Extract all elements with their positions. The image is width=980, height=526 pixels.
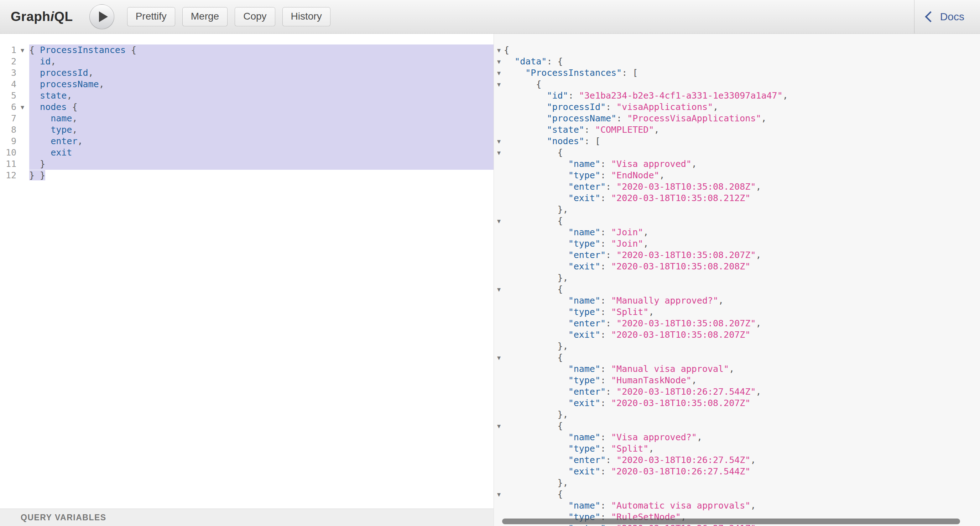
code-token — [29, 136, 51, 146]
code-token: state — [40, 91, 67, 101]
result-line: ▾ { — [494, 147, 980, 158]
code-token: type — [51, 125, 72, 135]
code-token: "name" — [568, 296, 600, 306]
code-token: : — [600, 296, 611, 306]
result-line: "enter": "2020-03-18T10:26:27.54Z", — [494, 454, 980, 466]
result-line: "enter": "2020-03-18T10:35:08.208Z", — [494, 181, 980, 192]
code-token — [504, 409, 558, 420]
result-line: ▾ { — [494, 420, 980, 432]
result-line-text: "name": "Manually approved?", — [504, 295, 724, 307]
code-token — [504, 307, 568, 317]
code-token: "2020-03-18T10:35:08.207Z" — [611, 398, 750, 408]
fold-spacer — [16, 90, 29, 102]
code-token — [29, 91, 40, 101]
code-token: "state" — [547, 125, 584, 135]
fold-arrow-icon[interactable]: ▾ — [494, 136, 504, 147]
line-number: 7 — [0, 113, 16, 124]
code-token: "type" — [568, 238, 600, 249]
editor-line-text: { ProcessInstances { — [29, 44, 493, 56]
fold-spacer — [494, 329, 504, 340]
editor-line-text: id, — [29, 56, 493, 67]
fold-spacer — [494, 432, 504, 443]
result-line-text: "enter": "2020-03-18T10:35:08.207Z", — [504, 318, 761, 329]
code-token: "data" — [515, 56, 547, 67]
result-line-text: "exit": "2020-03-18T10:35:08.207Z" — [504, 397, 750, 409]
fold-spacer — [494, 249, 504, 261]
result-line: "type": "Split", — [494, 443, 980, 454]
result-line-text: }, — [504, 272, 568, 284]
code-token: [ — [595, 136, 600, 146]
fold-spacer — [494, 397, 504, 409]
code-token: "2020-03-18T10:26:27.544Z" — [611, 466, 750, 477]
fold-arrow-icon[interactable]: ▾ — [494, 215, 504, 227]
code-token: : — [606, 181, 616, 192]
docs-link[interactable]: Docs — [914, 0, 980, 33]
code-token — [504, 102, 547, 112]
editor-line: 9 enter, — [0, 136, 493, 147]
app-root: GraphiQL Prettify Merge Copy History Doc… — [0, 0, 980, 526]
code-token — [504, 125, 547, 135]
play-icon — [99, 11, 108, 22]
code-token — [504, 455, 568, 465]
code-token: "Join" — [611, 238, 643, 249]
fold-arrow-icon[interactable]: ▾ — [494, 67, 504, 79]
query-variables-title[interactable]: QUERY VARIABLES — [0, 509, 493, 526]
logo-text: Graph — [11, 9, 50, 24]
code-token: processId — [40, 68, 88, 78]
code-token: "Join" — [611, 227, 643, 237]
result-line: "exit": "2020-03-18T10:35:08.212Z" — [494, 192, 980, 204]
editor-pane: 1▾{ ProcessInstances {2 id,3 processId,4… — [0, 34, 493, 526]
fold-spacer — [16, 170, 29, 181]
fold-arrow-icon[interactable]: ▾ — [494, 420, 504, 432]
fold-arrow-icon[interactable]: ▾ — [16, 102, 29, 113]
result-line: "type": "HumanTaskNode", — [494, 375, 980, 386]
result-line-text: "enter": "2020-03-18T10:35:08.207Z", — [504, 249, 761, 261]
result-line-text: "name": "Join", — [504, 227, 649, 238]
result-line: ▾ { — [494, 215, 980, 227]
result-line: }, — [494, 272, 980, 284]
code-token: "type" — [568, 307, 600, 317]
fold-arrow-icon[interactable]: ▾ — [494, 44, 504, 56]
fold-arrow-icon[interactable]: ▾ — [494, 284, 504, 295]
line-number: 5 — [0, 90, 16, 102]
code-token: : — [547, 56, 557, 67]
line-number: 11 — [0, 158, 16, 170]
execute-button[interactable] — [89, 4, 114, 29]
code-token: "3e1ba234-b2e3-4cf1-a331-1e33097a1a47" — [579, 91, 783, 101]
code-token: } } — [29, 170, 45, 180]
code-token — [504, 466, 568, 477]
code-token: { — [29, 45, 40, 55]
result-line-text: { — [504, 420, 563, 432]
prettify-button[interactable]: Prettify — [127, 7, 175, 26]
fold-arrow-icon[interactable]: ▾ — [494, 56, 504, 67]
fold-arrow-icon[interactable]: ▾ — [494, 147, 504, 158]
fold-spacer — [494, 500, 504, 512]
code-token: : — [600, 329, 611, 340]
code-token — [504, 56, 515, 67]
copy-button[interactable]: Copy — [235, 7, 275, 26]
editor-line-text: exit — [29, 147, 493, 158]
result-line: "name": "Automatic visa approvals", — [494, 500, 980, 512]
fold-spacer — [16, 124, 29, 136]
code-token: : — [600, 261, 611, 272]
code-token: "2020-03-18T10:26:27.544Z" — [616, 386, 756, 397]
merge-button[interactable]: Merge — [182, 7, 228, 26]
fold-spacer — [494, 227, 504, 238]
result-line-text: "exit": "2020-03-18T10:26:27.544Z" — [504, 466, 750, 477]
code-token: name — [51, 113, 72, 124]
result-viewer[interactable]: ▾{▾ "data": {▾ "ProcessInstances": [▾ { … — [493, 34, 980, 526]
code-token: , — [697, 432, 702, 442]
query-editor[interactable]: 1▾{ ProcessInstances {2 id,3 processId,4… — [0, 34, 493, 509]
code-token: , — [72, 113, 77, 124]
fold-arrow-icon[interactable]: ▾ — [494, 352, 504, 363]
code-token: "2020-03-18T10:35:08.207Z" — [616, 250, 756, 260]
line-number: 12 — [0, 170, 16, 181]
horizontal-scrollbar[interactable] — [502, 518, 960, 524]
fold-arrow-icon[interactable]: ▾ — [16, 44, 29, 56]
code-token: , — [99, 79, 104, 89]
fold-arrow-icon[interactable]: ▾ — [494, 489, 504, 500]
fold-spacer — [16, 56, 29, 67]
history-button[interactable]: History — [282, 7, 331, 26]
code-token: "name" — [568, 364, 600, 374]
fold-arrow-icon[interactable]: ▾ — [494, 79, 504, 90]
